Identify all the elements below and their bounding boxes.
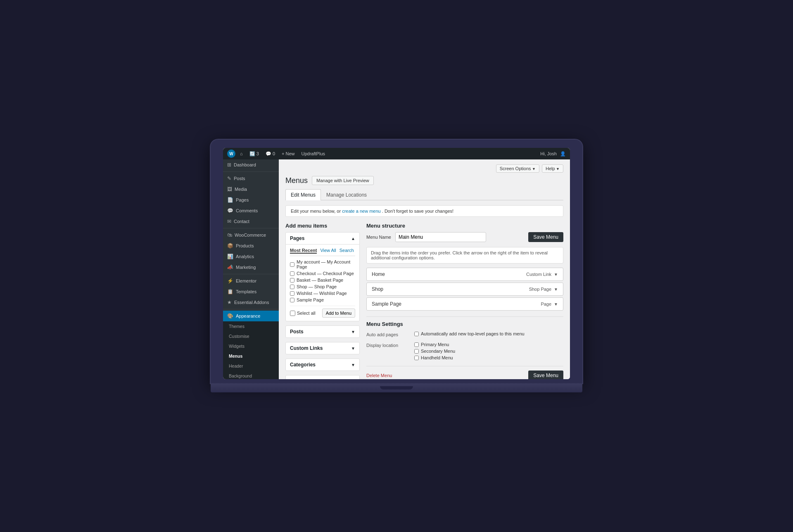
- select-all-checkbox[interactable]: [290, 311, 295, 316]
- menu-items-list: Home Custom Link ▼ Shop Shop Pa: [366, 268, 563, 311]
- menu-item-sample-label: Sample Page: [372, 301, 401, 307]
- templates-icon: 📋: [227, 289, 233, 294]
- woo-endpoints-panel-header[interactable]: WooCommerce endpoints ▼: [286, 375, 359, 379]
- menu-footer: Delete Menu Save Menu: [366, 366, 563, 379]
- page-checkbox-basket[interactable]: [290, 278, 294, 283]
- sidebar-item-widgets[interactable]: Widgets: [223, 341, 279, 351]
- secondary-menu-text: Secondary Menu: [421, 349, 455, 354]
- screen-options-button[interactable]: Screen Options: [496, 164, 539, 173]
- page-header: Menus Manage with Live Preview: [285, 176, 563, 185]
- woocommerce-icon: 🛍: [227, 232, 232, 238]
- page-item-sample: Sample Page: [290, 297, 355, 302]
- sidebar-item-appearance[interactable]: 🎨 Appearance: [223, 311, 279, 321]
- menu-item-home-type: Custom Link: [526, 272, 551, 277]
- updraftplus-button[interactable]: UpdraftPlus: [299, 150, 327, 157]
- wp-logo-icon[interactable]: W: [227, 150, 235, 158]
- manage-live-preview-button[interactable]: Manage with Live Preview: [312, 176, 374, 185]
- sidebar-item-woocommerce[interactable]: 🛍 WooCommerce: [223, 230, 279, 240]
- custom-links-panel-header[interactable]: Custom Links ▼: [286, 342, 359, 354]
- add-to-menu-button[interactable]: Add to Menu: [322, 309, 355, 318]
- tab-manage-locations[interactable]: Manage Locations: [321, 189, 372, 200]
- create-new-menu-link[interactable]: create a new menu: [342, 209, 381, 214]
- analytics-icon: 📊: [227, 254, 233, 259]
- display-location-row: Display location Primary Menu Secondary …: [366, 342, 563, 362]
- sidebar-item-analytics[interactable]: 📊 Analytics: [223, 251, 279, 262]
- menu-name-row: Menu Name Save Menu: [366, 232, 563, 242]
- new-button[interactable]: + New: [280, 150, 297, 157]
- custom-links-panel: Custom Links ▼: [285, 342, 360, 354]
- categories-panel: Categories ▼: [285, 359, 360, 371]
- menu-item-shop-label: Shop: [372, 286, 383, 292]
- secondary-menu-label[interactable]: Secondary Menu: [414, 349, 563, 354]
- menu-item-shop-type: Shop Page: [529, 287, 551, 292]
- sidebar-item-themes[interactable]: Themes: [223, 321, 279, 331]
- pages-panel-header[interactable]: Pages ▲: [286, 233, 359, 245]
- sidebar-item-comments[interactable]: 💬 Comments: [223, 205, 279, 216]
- select-all-row: Select all Add to Menu: [290, 306, 355, 318]
- updates-badge[interactable]: 🔄 3: [247, 150, 261, 157]
- tab-most-recent[interactable]: Most Recent: [290, 248, 317, 254]
- auto-add-row: Auto add pages Automatically add new top…: [366, 331, 563, 338]
- sidebar: ⊞ Dashboard ✎ Posts 🖼 Media 📄 Pages: [223, 159, 279, 379]
- sidebar-item-essential-addons[interactable]: ★ Essential Addons: [223, 297, 279, 308]
- posts-panel-arrow: ▼: [351, 330, 355, 334]
- sidebar-item-header[interactable]: Header: [223, 361, 279, 371]
- contact-icon: ✉: [227, 218, 231, 224]
- categories-panel-header[interactable]: Categories ▼: [286, 359, 359, 370]
- save-menu-button-bottom[interactable]: Save Menu: [528, 370, 563, 379]
- menu-item-sample[interactable]: Sample Page Page ▼: [366, 297, 563, 311]
- sidebar-item-marketing[interactable]: 📣 Marketing: [223, 262, 279, 273]
- posts-panel-header[interactable]: Posts ▼: [286, 326, 359, 337]
- sidebar-item-customise[interactable]: Customise: [223, 331, 279, 341]
- page-item-shop: Shop — Shop Page: [290, 284, 355, 289]
- tab-edit-menus[interactable]: Edit Menus: [285, 189, 321, 200]
- handheld-menu-label[interactable]: Handheld Menu: [414, 355, 563, 360]
- menu-item-sample-arrow[interactable]: ▼: [554, 302, 558, 306]
- sidebar-item-pages[interactable]: 📄 Pages: [223, 195, 279, 205]
- primary-menu-text: Primary Menu: [421, 342, 449, 347]
- handheld-menu-checkbox[interactable]: [414, 356, 419, 360]
- menu-item-shop[interactable]: Shop Shop Page ▼: [366, 283, 563, 296]
- pages-list: My account — My Account Page Checkout — …: [290, 259, 355, 302]
- sidebar-item-media[interactable]: 🖼 Media: [223, 184, 279, 195]
- marketing-icon: 📣: [227, 264, 233, 270]
- page-checkbox-sample[interactable]: [290, 298, 294, 302]
- sidebar-item-elementor[interactable]: ⚡ Elementor: [223, 276, 279, 286]
- primary-menu-checkbox[interactable]: [414, 342, 419, 347]
- sidebar-item-dashboard[interactable]: ⊞ Dashboard: [223, 159, 279, 170]
- help-button[interactable]: Help: [542, 164, 563, 173]
- menu-item-home[interactable]: Home Custom Link ▼: [366, 268, 563, 281]
- menu-item-home-label: Home: [372, 271, 385, 277]
- auto-add-label: Auto add pages: [366, 331, 408, 338]
- sidebar-item-menus[interactable]: Menus: [223, 351, 279, 361]
- sidebar-item-posts[interactable]: ✎ Posts: [223, 173, 279, 184]
- select-all-label[interactable]: Select all: [290, 311, 316, 316]
- sidebar-item-templates[interactable]: 📋 Templates: [223, 286, 279, 297]
- menu-item-shop-arrow[interactable]: ▼: [554, 287, 558, 292]
- page-checkbox-my-account[interactable]: [290, 262, 294, 267]
- tab-view-all[interactable]: View All: [320, 248, 336, 254]
- auto-add-checkbox[interactable]: [414, 332, 419, 336]
- auto-add-checkbox-label[interactable]: Automatically add new top-level pages to…: [414, 331, 563, 336]
- menu-name-input[interactable]: [395, 232, 486, 242]
- home-icon[interactable]: ⌂: [238, 150, 245, 157]
- menu-item-home-arrow[interactable]: ▼: [554, 272, 558, 277]
- sidebar-item-background[interactable]: Background: [223, 371, 279, 379]
- essential-addons-icon: ★: [227, 299, 232, 305]
- delete-menu-link[interactable]: Delete Menu: [366, 373, 392, 378]
- save-menu-button-top[interactable]: Save Menu: [528, 232, 563, 242]
- sidebar-item-contact[interactable]: ✉ Contact: [223, 216, 279, 227]
- pages-panel-arrow: ▲: [351, 236, 355, 241]
- secondary-menu-checkbox[interactable]: [414, 349, 419, 354]
- handheld-menu-text: Handheld Menu: [421, 355, 453, 360]
- comments-badge[interactable]: 💬 0: [264, 150, 277, 157]
- page-item-my-account: My account — My Account Page: [290, 259, 355, 269]
- auto-add-text: Automatically add new top-level pages to…: [421, 331, 525, 336]
- page-checkbox-shop[interactable]: [290, 285, 294, 289]
- primary-menu-label[interactable]: Primary Menu: [414, 342, 563, 347]
- page-checkbox-checkout[interactable]: [290, 271, 294, 276]
- tab-search[interactable]: Search: [340, 248, 354, 254]
- sidebar-item-products[interactable]: 📦 Products: [223, 240, 279, 251]
- page-checkbox-wishlist[interactable]: [290, 291, 294, 296]
- menu-name-label: Menu Name: [366, 235, 391, 240]
